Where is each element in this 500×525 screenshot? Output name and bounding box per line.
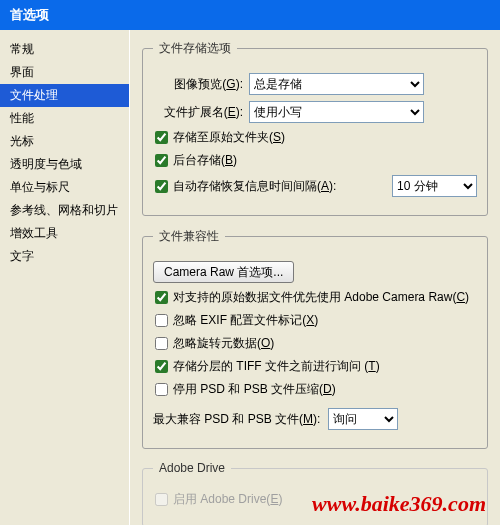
sidebar-item-file-handling[interactable]: 文件处理 <box>0 84 129 107</box>
watermark: www.baike369.com <box>312 491 486 517</box>
camera-raw-prefs-button[interactable]: Camera Raw 首选项... <box>153 261 294 283</box>
enable-adobe-drive-checkbox <box>155 493 168 506</box>
enable-adobe-drive-label: 启用 Adobe Drive(E) <box>173 491 282 508</box>
disable-psd-compress-label: 停用 PSD 和 PSB 文件压缩(D) <box>173 381 336 398</box>
sidebar-item-interface[interactable]: 界面 <box>0 61 129 84</box>
auto-recover-checkbox[interactable] <box>155 180 168 193</box>
auto-recover-interval-select[interactable]: 10 分钟 <box>392 175 477 197</box>
image-preview-label: 图像预览(G): <box>153 76 243 93</box>
ask-tiff-label: 存储分层的 TIFF 文件之前进行询问 (T) <box>173 358 380 375</box>
ignore-exif-label: 忽略 EXIF 配置文件标记(X) <box>173 312 318 329</box>
disable-psd-compress-checkbox[interactable] <box>155 383 168 396</box>
sidebar-item-plugins[interactable]: 增效工具 <box>0 222 129 245</box>
file-extension-select[interactable]: 使用小写 <box>249 101 424 123</box>
ask-tiff-checkbox[interactable] <box>155 360 168 373</box>
sidebar: 常规 界面 文件处理 性能 光标 透明度与色域 单位与标尺 参考线、网格和切片 … <box>0 30 130 525</box>
sidebar-item-guides[interactable]: 参考线、网格和切片 <box>0 199 129 222</box>
sidebar-item-units[interactable]: 单位与标尺 <box>0 176 129 199</box>
save-original-folder-label: 存储至原始文件夹(S) <box>173 129 285 146</box>
ignore-exif-checkbox[interactable] <box>155 314 168 327</box>
main-panel: 文件存储选项 图像预览(G): 总是存储 文件扩展名(E): 使用小写 存储至原… <box>130 30 500 525</box>
background-save-label: 后台存储(B) <box>173 152 237 169</box>
auto-recover-label: 自动存储恢复信息时间间隔(A): <box>173 178 336 195</box>
sidebar-item-general[interactable]: 常规 <box>0 38 129 61</box>
adobe-drive-legend: Adobe Drive <box>153 461 231 475</box>
file-extension-label: 文件扩展名(E): <box>153 104 243 121</box>
sidebar-item-performance[interactable]: 性能 <box>0 107 129 130</box>
ignore-rotation-label: 忽略旋转元数据(O) <box>173 335 274 352</box>
sidebar-item-type[interactable]: 文字 <box>0 245 129 268</box>
ignore-rotation-checkbox[interactable] <box>155 337 168 350</box>
prefer-acr-checkbox[interactable] <box>155 291 168 304</box>
max-compat-label: 最大兼容 PSD 和 PSB 文件(M): <box>153 411 320 428</box>
file-compat-legend: 文件兼容性 <box>153 228 225 245</box>
sidebar-item-cursors[interactable]: 光标 <box>0 130 129 153</box>
file-compat-group: 文件兼容性 Camera Raw 首选项... 对支持的原始数据文件优先使用 A… <box>142 228 488 449</box>
max-compat-select[interactable]: 询问 <box>328 408 398 430</box>
window-title: 首选项 <box>0 0 500 30</box>
file-storage-group: 文件存储选项 图像预览(G): 总是存储 文件扩展名(E): 使用小写 存储至原… <box>142 40 488 216</box>
image-preview-select[interactable]: 总是存储 <box>249 73 424 95</box>
background-save-checkbox[interactable] <box>155 154 168 167</box>
prefer-acr-label: 对支持的原始数据文件优先使用 Adobe Camera Raw(C) <box>173 289 469 306</box>
file-storage-legend: 文件存储选项 <box>153 40 237 57</box>
save-original-folder-checkbox[interactable] <box>155 131 168 144</box>
sidebar-item-transparency[interactable]: 透明度与色域 <box>0 153 129 176</box>
